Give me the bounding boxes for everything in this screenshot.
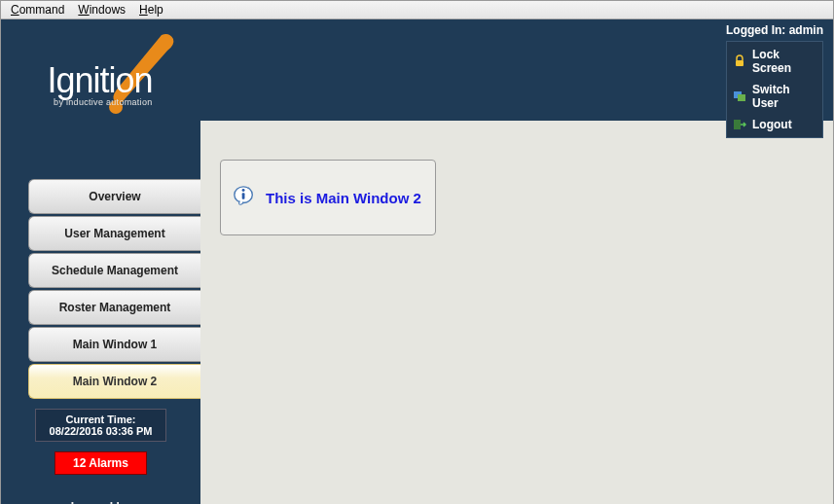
user-panel: Logged In: admin Lock Screen Switch User bbox=[726, 23, 823, 138]
user-buttons-group: Lock Screen Switch User Logout bbox=[726, 41, 823, 138]
svg-rect-1 bbox=[736, 60, 743, 66]
lock-screen-button[interactable]: Lock Screen bbox=[729, 44, 820, 79]
current-time-label: Current Time: bbox=[66, 414, 136, 425]
switch-user-button[interactable]: Switch User bbox=[729, 79, 820, 114]
nav-overview[interactable]: Overview bbox=[28, 179, 200, 214]
footer-logged-in: Logged In: bbox=[71, 500, 130, 504]
sidebar-footer: Current Time: 08/22/2016 03:36 PM 12 Ala… bbox=[1, 401, 200, 504]
nav-user-management[interactable]: User Management bbox=[28, 216, 200, 251]
nav-main-window-1[interactable]: Main Window 1 bbox=[28, 327, 200, 362]
info-text: This is Main Window 2 bbox=[266, 190, 421, 206]
logout-button[interactable]: Logout bbox=[729, 114, 820, 135]
alarms-button[interactable]: 12 Alarms bbox=[54, 451, 147, 475]
lock-screen-label: Lock Screen bbox=[752, 48, 816, 75]
menubar: Command Windows Help bbox=[1, 1, 833, 19]
menu-help[interactable]: Help bbox=[135, 1, 173, 18]
menu-windows[interactable]: Windows bbox=[74, 1, 135, 18]
content-area: Logged In: admin Lock Screen Switch User bbox=[200, 19, 833, 504]
nav-area: Overview User Management Schedule Manage… bbox=[1, 148, 200, 401]
brand-tagline: by inductive automation bbox=[47, 97, 152, 107]
brand-name: Ignition bbox=[47, 60, 152, 101]
sidebar: Ignition by inductive automation Overvie… bbox=[1, 19, 200, 504]
switch-user-label: Switch User bbox=[752, 83, 816, 110]
svg-rect-4 bbox=[734, 120, 741, 129]
svg-rect-3 bbox=[738, 94, 745, 101]
app-window: Command Windows Help Ignition by inducti… bbox=[0, 0, 834, 504]
logged-in-label: Logged In: admin bbox=[726, 23, 823, 37]
current-time-value: 08/22/2016 03:36 PM bbox=[50, 425, 153, 437]
logo-area: Ignition by inductive automation bbox=[1, 19, 200, 148]
logout-label: Logout bbox=[752, 118, 792, 131]
app-body: Ignition by inductive automation Overvie… bbox=[1, 19, 833, 504]
nav-schedule-management[interactable]: Schedule Management bbox=[28, 253, 200, 288]
switch-user-icon bbox=[733, 90, 746, 103]
nav-roster-management[interactable]: Roster Management bbox=[28, 290, 200, 325]
svg-point-6 bbox=[242, 189, 245, 192]
svg-rect-7 bbox=[242, 193, 245, 198]
nav-main-window-2[interactable]: Main Window 2 bbox=[28, 364, 200, 399]
logout-icon bbox=[733, 118, 746, 131]
current-time-box: Current Time: 08/22/2016 03:36 PM bbox=[35, 409, 167, 442]
menu-command[interactable]: Command bbox=[7, 1, 74, 18]
info-card: This is Main Window 2 bbox=[220, 160, 436, 235]
lock-icon bbox=[733, 54, 746, 68]
info-icon bbox=[233, 185, 256, 211]
